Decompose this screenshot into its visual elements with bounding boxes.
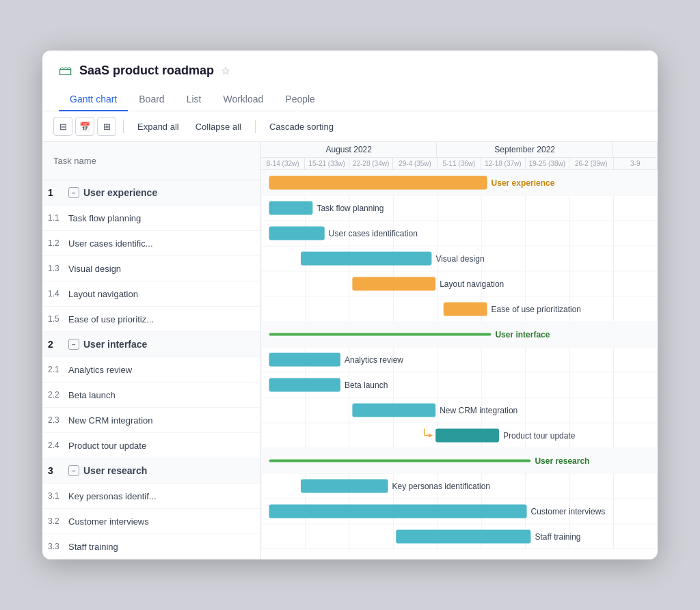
- toolbar: ⊟ 📅 ⊞ Expand all Collapse all Cascade so…: [42, 111, 658, 142]
- task-panel: Task name 1 − User experience 1.1 Task f…: [42, 142, 261, 559]
- svg-rect-37: [269, 378, 340, 392]
- svg-marker-45: [429, 434, 433, 438]
- app-window: 🗃 SaaS product roadmap ☆ Gantt chart Boa…: [42, 51, 658, 559]
- task-name-3-1: Key personas identif...: [68, 491, 157, 501]
- month-sep: September 2022: [437, 142, 612, 157]
- group-num-3: 3: [48, 465, 68, 476]
- svg-text:Customer interviews: Customer interviews: [531, 507, 606, 516]
- title-row: 🗃 SaaS product roadmap ☆: [59, 63, 641, 79]
- svg-rect-12: [269, 176, 487, 190]
- favorite-icon[interactable]: ☆: [221, 64, 230, 77]
- group-row-2: 2 − User interface: [42, 332, 260, 357]
- collapse-all-button[interactable]: Collapse all: [189, 119, 248, 135]
- tab-gantt-chart[interactable]: Gantt chart: [59, 88, 128, 111]
- task-panel-header: Task name: [42, 142, 260, 180]
- svg-rect-54: [269, 505, 527, 518]
- group-name-2: User interface: [83, 339, 147, 350]
- app-header: 🗃 SaaS product roadmap ☆ Gantt chart Boa…: [42, 51, 658, 111]
- app-title: SaaS product roadmap: [79, 64, 214, 78]
- toolbar-divider-1: [123, 120, 124, 133]
- task-name-3-3: Staff training: [68, 542, 118, 552]
- svg-text:User interface: User interface: [495, 330, 550, 339]
- task-num-1-5: 1.5: [48, 314, 68, 324]
- group-row-1: 1 − User experience: [42, 180, 260, 206]
- svg-rect-43: [435, 429, 499, 443]
- week-38: 19-25 (38w): [526, 158, 569, 169]
- task-num-2-1: 2.1: [48, 365, 68, 374]
- collapse-btn-3[interactable]: −: [68, 465, 79, 476]
- task-name-1-5: Ease of use prioritiz...: [68, 314, 154, 324]
- group-num-2: 2: [48, 339, 68, 350]
- task-num-2-3: 2.3: [48, 415, 68, 425]
- task-row-3-1: 3.1 Key personas identif...: [42, 484, 260, 509]
- task-name-1-2: User cases identific...: [68, 238, 153, 249]
- svg-rect-57: [396, 530, 530, 544]
- task-name-2-1: Analytics review: [68, 365, 132, 375]
- svg-text:Analytics review: Analytics review: [345, 355, 403, 365]
- task-num-1-4: 1.4: [48, 289, 68, 299]
- task-name-1-1: Task flow planning: [68, 213, 141, 223]
- group-name-3: User research: [83, 465, 147, 476]
- expand-all-button[interactable]: Expand all: [131, 119, 186, 135]
- chart-panel: August 2022 September 2022 8-14 (32w) 15…: [261, 142, 658, 559]
- task-row-3-2: 3.2 Customer interviews: [42, 509, 260, 534]
- week-35: 29-4 (35w): [393, 158, 437, 169]
- task-num-2-2: 2.2: [48, 390, 68, 400]
- view-icon-btn-3[interactable]: ⊞: [97, 117, 116, 136]
- task-num-1-2: 1.2: [48, 238, 68, 248]
- task-num-1-3: 1.3: [48, 264, 68, 273]
- svg-rect-31: [269, 333, 492, 336]
- tab-list[interactable]: List: [176, 88, 213, 111]
- task-name-3-2: Customer interviews: [68, 516, 149, 527]
- toolbar-divider-2: [255, 120, 256, 133]
- week-40: 3-9: [614, 158, 658, 169]
- week-37: 12-18 (37w): [481, 158, 525, 169]
- svg-text:Key personas identification: Key personas identification: [392, 482, 490, 491]
- task-row-3-3: 3.3 Staff training: [42, 534, 260, 559]
- svg-text:Product tour update: Product tour update: [503, 431, 576, 441]
- task-num-3-1: 3.1: [48, 491, 68, 501]
- view-icon-btn-2[interactable]: 📅: [75, 117, 94, 136]
- task-row-2-3: 2.3 New CRM integration: [42, 408, 260, 433]
- group-name-1: User experience: [83, 187, 157, 198]
- tab-board[interactable]: Board: [128, 88, 175, 111]
- svg-text:User experience: User experience: [492, 178, 555, 188]
- nav-tabs: Gantt chart Board List Workload People: [59, 88, 641, 111]
- task-row-2-1: 2.1 Analytics review: [42, 357, 260, 383]
- svg-rect-51: [301, 480, 388, 493]
- svg-rect-21: [301, 252, 431, 266]
- group-row-3: 3 − User research: [42, 458, 260, 484]
- svg-rect-34: [269, 353, 340, 367]
- week-36: 5-11 (36w): [438, 158, 481, 169]
- svg-text:Task flow planning: Task flow planning: [317, 204, 383, 213]
- tab-workload[interactable]: Workload: [212, 88, 274, 111]
- month-extra: [613, 142, 658, 157]
- chart-inner: August 2022 September 2022 8-14 (32w) 15…: [261, 142, 658, 549]
- collapse-btn-2[interactable]: −: [68, 339, 79, 350]
- week-header: 8-14 (32w) 15-21 (33w) 22-28 (34w) 29-4 …: [261, 158, 658, 170]
- view-icon-btn-1[interactable]: ⊟: [53, 117, 72, 136]
- task-row-2-4: 2.4 Product tour update: [42, 433, 260, 458]
- svg-rect-18: [269, 227, 325, 240]
- svg-text:User cases identification: User cases identification: [329, 229, 418, 238]
- app-icon: 🗃: [59, 63, 72, 79]
- svg-rect-27: [444, 303, 487, 316]
- task-name-1-3: Visual design: [68, 264, 121, 274]
- svg-text:Staff training: Staff training: [535, 532, 580, 542]
- svg-text:User research: User research: [535, 456, 589, 466]
- task-num-3-3: 3.3: [48, 542, 68, 551]
- svg-text:Layout navigation: Layout navigation: [440, 279, 504, 289]
- svg-text:Beta launch: Beta launch: [345, 380, 388, 390]
- week-34: 22-28 (34w): [349, 158, 393, 169]
- cascade-sorting-button[interactable]: Cascade sorting: [262, 119, 340, 135]
- gantt-svg: User experienceTask flow planningUser ca…: [261, 170, 658, 549]
- task-row-1-3: 1.3 Visual design: [42, 256, 260, 281]
- collapse-btn-1[interactable]: −: [68, 187, 79, 198]
- svg-rect-15: [269, 202, 313, 215]
- task-row-1-5: 1.5 Ease of use prioritiz...: [42, 307, 260, 332]
- svg-text:New CRM integration: New CRM integration: [440, 406, 517, 415]
- tab-people[interactable]: People: [274, 88, 326, 111]
- task-name-2-2: Beta launch: [68, 390, 116, 400]
- task-row-1-1: 1.1 Task flow planning: [42, 206, 260, 231]
- week-32: 8-14 (32w): [261, 158, 305, 169]
